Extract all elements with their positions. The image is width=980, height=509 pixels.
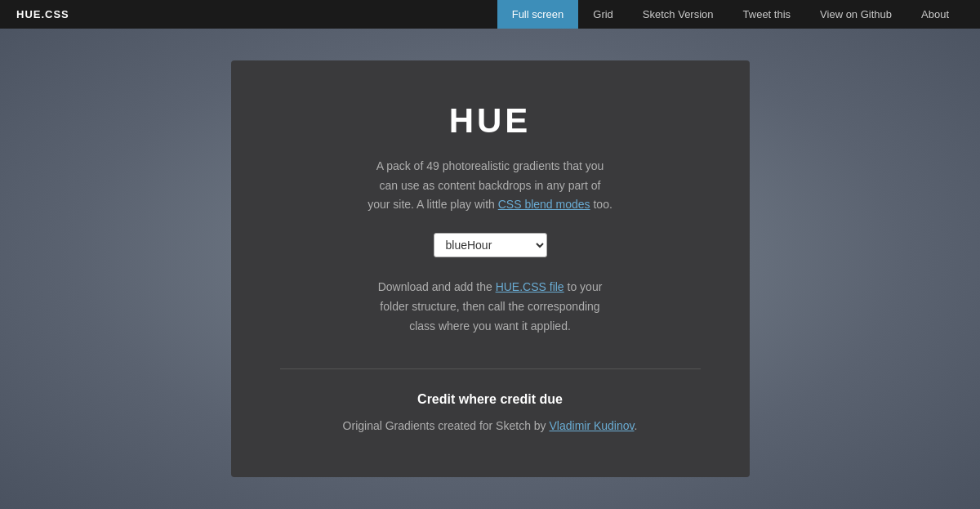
credit-text: Original Gradients created for Sketch by… [343, 417, 638, 436]
gradient-select[interactable]: blueHour almondFade aquaSplash aquaSprin… [434, 233, 547, 257]
nav-link-tweet-this[interactable]: Tweet this [728, 0, 806, 29]
credit-title: Credit where credit due [417, 392, 563, 407]
css-blend-modes-link[interactable]: CSS blend modes [498, 198, 590, 211]
section-divider [280, 368, 701, 369]
nav-link-sketch-version[interactable]: Sketch Version [628, 0, 728, 29]
hue-css-file-link[interactable]: HUE.CSS file [496, 280, 564, 293]
nav-link-full-screen[interactable]: Full screen [497, 0, 579, 29]
nav-link-about[interactable]: About [906, 0, 964, 29]
card-description: A pack of 49 photorealistic gradients th… [368, 157, 612, 215]
card-instructions: Download and add the HUE.CSS file to you… [368, 278, 612, 336]
credit-author-link[interactable]: Vladimir Kudinov [550, 419, 635, 432]
navigation: HUE.CSS Full screen Grid Sketch Version … [0, 0, 980, 29]
description-text-2: too. [590, 198, 612, 211]
credit-text-2: . [635, 419, 638, 432]
main-content: HUE A pack of 49 photorealistic gradient… [0, 29, 980, 509]
instructions-text-1: Download and add the [378, 280, 496, 293]
nav-links: Full screen Grid Sketch Version Tweet th… [497, 0, 964, 29]
info-card: HUE A pack of 49 photorealistic gradient… [231, 60, 750, 478]
site-logo: HUE.CSS [16, 8, 69, 20]
credit-text-1: Original Gradients created for Sketch by [343, 419, 550, 432]
nav-link-grid[interactable]: Grid [578, 0, 628, 29]
card-title: HUE [449, 101, 532, 141]
nav-link-view-on-github[interactable]: View on Github [805, 0, 906, 29]
